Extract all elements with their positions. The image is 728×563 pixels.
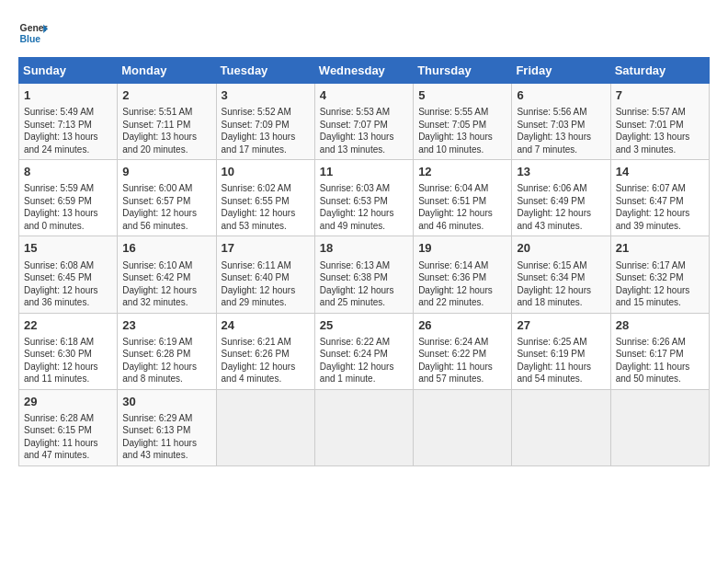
weekday-header: Friday <box>512 58 610 84</box>
page-header: General Blue <box>18 18 710 48</box>
day-info: Sunrise: 5:49 AM Sunset: 7:13 PM Dayligh… <box>24 106 112 155</box>
day-number: 21 <box>616 240 704 257</box>
day-number: 13 <box>517 164 605 180</box>
day-info: Sunrise: 6:06 AM Sunset: 6:49 PM Dayligh… <box>517 182 605 232</box>
day-info: Sunrise: 6:17 AM Sunset: 6:32 PM Dayligh… <box>616 259 704 309</box>
calendar-cell: 9Sunrise: 6:00 AM Sunset: 6:57 PM Daylig… <box>118 160 216 236</box>
weekday-header: Wednesday <box>314 58 413 84</box>
day-number: 24 <box>222 317 310 334</box>
weekday-header: Thursday <box>414 58 512 84</box>
day-number: 6 <box>517 87 605 104</box>
day-info: Sunrise: 6:02 AM Sunset: 6:55 PM Dayligh… <box>222 182 310 232</box>
calendar-cell: 28Sunrise: 6:26 AM Sunset: 6:17 PM Dayli… <box>610 313 709 389</box>
day-info: Sunrise: 5:56 AM Sunset: 7:03 PM Dayligh… <box>517 106 605 155</box>
day-number: 27 <box>517 317 605 334</box>
calendar-cell: 18Sunrise: 6:13 AM Sunset: 6:38 PM Dayli… <box>314 236 413 313</box>
day-number: 5 <box>418 87 506 104</box>
day-number: 22 <box>24 317 112 334</box>
day-number: 16 <box>122 240 210 257</box>
calendar-cell: 4Sunrise: 5:53 AM Sunset: 7:07 PM Daylig… <box>314 84 413 160</box>
calendar-cell: 6Sunrise: 5:56 AM Sunset: 7:03 PM Daylig… <box>512 84 610 160</box>
calendar-header: SundayMondayTuesdayWednesdayThursdayFrid… <box>19 58 710 84</box>
day-info: Sunrise: 6:14 AM Sunset: 6:36 PM Dayligh… <box>418 259 506 309</box>
day-info: Sunrise: 6:28 AM Sunset: 6:15 PM Dayligh… <box>24 412 112 462</box>
day-info: Sunrise: 6:08 AM Sunset: 6:45 PM Dayligh… <box>24 259 112 309</box>
day-number: 4 <box>320 87 408 104</box>
day-number: 3 <box>222 87 310 104</box>
day-info: Sunrise: 6:22 AM Sunset: 6:24 PM Dayligh… <box>320 336 408 385</box>
logo-icon: General Blue <box>18 18 48 48</box>
calendar-cell: 14Sunrise: 6:07 AM Sunset: 6:47 PM Dayli… <box>610 160 709 236</box>
calendar-week-row: 15Sunrise: 6:08 AM Sunset: 6:45 PM Dayli… <box>19 236 710 313</box>
calendar-cell <box>216 389 314 465</box>
day-info: Sunrise: 6:26 AM Sunset: 6:17 PM Dayligh… <box>616 336 704 385</box>
calendar-cell: 15Sunrise: 6:08 AM Sunset: 6:45 PM Dayli… <box>19 236 118 313</box>
calendar-cell: 22Sunrise: 6:18 AM Sunset: 6:30 PM Dayli… <box>19 313 118 389</box>
day-info: Sunrise: 6:18 AM Sunset: 6:30 PM Dayligh… <box>24 336 112 385</box>
weekday-header: Tuesday <box>216 58 314 84</box>
calendar-cell: 19Sunrise: 6:14 AM Sunset: 6:36 PM Dayli… <box>414 236 512 313</box>
day-number: 23 <box>122 317 210 334</box>
weekday-header: Sunday <box>19 58 118 84</box>
calendar-cell: 12Sunrise: 6:04 AM Sunset: 6:51 PM Dayli… <box>414 160 512 236</box>
calendar-table: SundayMondayTuesdayWednesdayThursdayFrid… <box>18 57 710 466</box>
calendar-body: 1Sunrise: 5:49 AM Sunset: 7:13 PM Daylig… <box>19 84 710 466</box>
day-info: Sunrise: 6:15 AM Sunset: 6:34 PM Dayligh… <box>517 259 605 309</box>
weekday-header: Monday <box>118 58 216 84</box>
calendar-cell: 30Sunrise: 6:29 AM Sunset: 6:13 PM Dayli… <box>118 389 216 465</box>
calendar-week-row: 22Sunrise: 6:18 AM Sunset: 6:30 PM Dayli… <box>19 313 710 389</box>
calendar-cell: 5Sunrise: 5:55 AM Sunset: 7:05 PM Daylig… <box>414 84 512 160</box>
day-info: Sunrise: 6:24 AM Sunset: 6:22 PM Dayligh… <box>418 336 506 385</box>
weekday-row: SundayMondayTuesdayWednesdayThursdayFrid… <box>19 58 710 84</box>
day-info: Sunrise: 5:53 AM Sunset: 7:07 PM Dayligh… <box>320 106 408 155</box>
day-info: Sunrise: 5:55 AM Sunset: 7:05 PM Dayligh… <box>418 106 506 155</box>
calendar-cell: 10Sunrise: 6:02 AM Sunset: 6:55 PM Dayli… <box>216 160 314 236</box>
calendar-cell: 7Sunrise: 5:57 AM Sunset: 7:01 PM Daylig… <box>610 84 709 160</box>
day-info: Sunrise: 5:59 AM Sunset: 6:59 PM Dayligh… <box>24 182 112 232</box>
calendar-cell: 29Sunrise: 6:28 AM Sunset: 6:15 PM Dayli… <box>19 389 118 465</box>
day-number: 20 <box>517 240 605 257</box>
calendar-cell: 8Sunrise: 5:59 AM Sunset: 6:59 PM Daylig… <box>19 160 118 236</box>
day-info: Sunrise: 6:07 AM Sunset: 6:47 PM Dayligh… <box>616 182 704 232</box>
day-number: 9 <box>122 164 210 180</box>
calendar-cell: 16Sunrise: 6:10 AM Sunset: 6:42 PM Dayli… <box>118 236 216 313</box>
calendar-week-row: 1Sunrise: 5:49 AM Sunset: 7:13 PM Daylig… <box>19 84 710 160</box>
day-number: 25 <box>320 317 408 334</box>
calendar-cell: 21Sunrise: 6:17 AM Sunset: 6:32 PM Dayli… <box>610 236 709 313</box>
day-number: 26 <box>418 317 506 334</box>
day-number: 29 <box>24 394 112 410</box>
day-info: Sunrise: 6:11 AM Sunset: 6:40 PM Dayligh… <box>222 259 310 309</box>
calendar-cell: 13Sunrise: 6:06 AM Sunset: 6:49 PM Dayli… <box>512 160 610 236</box>
calendar-cell: 17Sunrise: 6:11 AM Sunset: 6:40 PM Dayli… <box>216 236 314 313</box>
day-number: 10 <box>222 164 310 180</box>
calendar-cell: 23Sunrise: 6:19 AM Sunset: 6:28 PM Dayli… <box>118 313 216 389</box>
calendar-week-row: 29Sunrise: 6:28 AM Sunset: 6:15 PM Dayli… <box>19 389 710 465</box>
calendar-week-row: 8Sunrise: 5:59 AM Sunset: 6:59 PM Daylig… <box>19 160 710 236</box>
calendar-cell <box>512 389 610 465</box>
day-number: 19 <box>418 240 506 257</box>
svg-text:Blue: Blue <box>20 34 41 44</box>
day-number: 2 <box>122 87 210 104</box>
day-info: Sunrise: 6:13 AM Sunset: 6:38 PM Dayligh… <box>320 259 408 309</box>
calendar-cell: 1Sunrise: 5:49 AM Sunset: 7:13 PM Daylig… <box>19 84 118 160</box>
day-number: 30 <box>122 394 210 410</box>
weekday-header: Saturday <box>610 58 709 84</box>
calendar-cell: 3Sunrise: 5:52 AM Sunset: 7:09 PM Daylig… <box>216 84 314 160</box>
day-info: Sunrise: 6:04 AM Sunset: 6:51 PM Dayligh… <box>418 182 506 232</box>
day-number: 18 <box>320 240 408 257</box>
day-info: Sunrise: 6:19 AM Sunset: 6:28 PM Dayligh… <box>122 336 210 385</box>
calendar-cell: 24Sunrise: 6:21 AM Sunset: 6:26 PM Dayli… <box>216 313 314 389</box>
calendar-cell <box>414 389 512 465</box>
calendar-cell <box>314 389 413 465</box>
day-info: Sunrise: 6:29 AM Sunset: 6:13 PM Dayligh… <box>122 412 210 462</box>
day-info: Sunrise: 5:57 AM Sunset: 7:01 PM Dayligh… <box>616 106 704 155</box>
logo: General Blue <box>18 18 48 48</box>
day-number: 11 <box>320 164 408 180</box>
day-number: 14 <box>616 164 704 180</box>
calendar-cell: 2Sunrise: 5:51 AM Sunset: 7:11 PM Daylig… <box>118 84 216 160</box>
calendar-cell: 27Sunrise: 6:25 AM Sunset: 6:19 PM Dayli… <box>512 313 610 389</box>
day-info: Sunrise: 5:52 AM Sunset: 7:09 PM Dayligh… <box>222 106 310 155</box>
day-info: Sunrise: 6:10 AM Sunset: 6:42 PM Dayligh… <box>122 259 210 309</box>
calendar-cell: 25Sunrise: 6:22 AM Sunset: 6:24 PM Dayli… <box>314 313 413 389</box>
calendar-cell: 11Sunrise: 6:03 AM Sunset: 6:53 PM Dayli… <box>314 160 413 236</box>
